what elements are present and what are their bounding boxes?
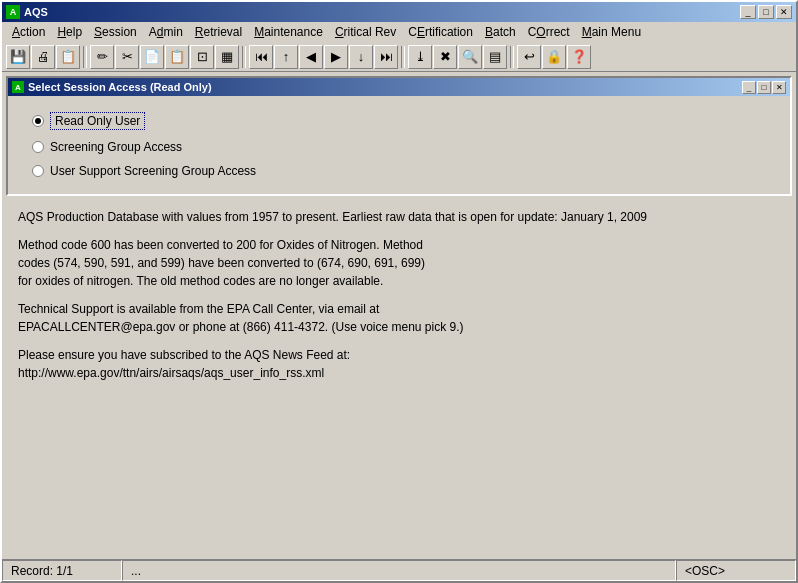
status-record: Record: 1/1 <box>2 560 122 581</box>
radio-usersupport-input[interactable] <box>32 165 44 177</box>
toolbar-down-btn[interactable]: ↓ <box>349 45 373 69</box>
menu-help[interactable]: Help <box>51 24 88 40</box>
dialog-window: A Select Session Access (Read Only) _ □ … <box>6 76 792 196</box>
toolbar-sep-2 <box>242 46 246 68</box>
dialog-minimize-btn[interactable]: _ <box>742 81 756 94</box>
dialog-title-controls: _ □ ✕ <box>742 81 786 94</box>
toolbar-select-btn[interactable]: ⊡ <box>190 45 214 69</box>
menu-batch[interactable]: Batch <box>479 24 522 40</box>
toolbar-insert-btn[interactable]: ⤓ <box>408 45 432 69</box>
radio-readonly-input[interactable] <box>32 115 44 127</box>
toolbar: 💾 🖨 📋 ✏ ✂ 📄 📋 ⊡ ▦ ⏮ ↑ ◀ ▶ ↓ ⏭ ⤓ ✖ 🔍 ▤ ↩ … <box>2 42 796 72</box>
radio-item-screening[interactable]: Screening Group Access <box>32 140 766 154</box>
toolbar-sep-1 <box>83 46 87 68</box>
toolbar-block-btn[interactable]: ▦ <box>215 45 239 69</box>
app-title: AQS <box>24 6 48 18</box>
toolbar-edit-btn[interactable]: ✏ <box>90 45 114 69</box>
menu-admin[interactable]: Admin <box>143 24 189 40</box>
radio-item-user-support[interactable]: User Support Screening Group Access <box>32 164 766 178</box>
app-icon: A <box>6 5 20 19</box>
dialog-maximize-btn[interactable]: □ <box>757 81 771 94</box>
radio-readonly-label: Read Only User <box>50 112 145 130</box>
toolbar-lock-btn[interactable]: 🔒 <box>542 45 566 69</box>
menu-action[interactable]: Action <box>6 24 51 40</box>
toolbar-clipboard-btn[interactable]: 📋 <box>56 45 80 69</box>
info-paragraph-3: Technical Support is available from the … <box>18 300 780 336</box>
toolbar-delete-btn[interactable]: ✖ <box>433 45 457 69</box>
info-paragraph-4: Please ensure you have subscribed to the… <box>18 346 780 382</box>
toolbar-sep-4 <box>510 46 514 68</box>
title-bar-left: A AQS <box>6 5 48 19</box>
toolbar-cut-btn[interactable]: ✂ <box>115 45 139 69</box>
info-section: AQS Production Database with values from… <box>6 200 792 555</box>
info-paragraph-2: Method code 600 has been converted to 20… <box>18 236 780 290</box>
status-osc: <OSC> <box>676 560 796 581</box>
menu-certification[interactable]: CErtification <box>402 24 479 40</box>
main-window: A AQS _ □ ✕ Action Help Session Admin Re… <box>0 0 798 583</box>
radio-screening-input[interactable] <box>32 141 44 153</box>
toolbar-help-btn[interactable]: ❓ <box>567 45 591 69</box>
main-content: A Select Session Access (Read Only) _ □ … <box>2 72 796 559</box>
dialog-title-left: A Select Session Access (Read Only) <box>12 81 212 93</box>
toolbar-paste-btn[interactable]: 📋 <box>165 45 189 69</box>
info-paragraph-1: AQS Production Database with values from… <box>18 208 780 226</box>
minimize-button[interactable]: _ <box>740 5 756 19</box>
toolbar-next-btn[interactable]: ▶ <box>324 45 348 69</box>
title-bar: A AQS _ □ ✕ <box>2 2 796 22</box>
menu-retrieval[interactable]: Retrieval <box>189 24 248 40</box>
toolbar-save-btn[interactable]: 💾 <box>6 45 30 69</box>
menu-correct[interactable]: COrrect <box>522 24 576 40</box>
toolbar-report-btn[interactable]: ▤ <box>483 45 507 69</box>
menu-critical-rev[interactable]: Critical Rev <box>329 24 402 40</box>
dialog-body: Read Only User Screening Group Access Us… <box>8 96 790 194</box>
toolbar-up-btn[interactable]: ↑ <box>274 45 298 69</box>
menu-bar: Action Help Session Admin Retrieval Main… <box>2 22 796 42</box>
status-bar: Record: 1/1 ... <OSC> <box>2 559 796 581</box>
menu-session[interactable]: Session <box>88 24 143 40</box>
radio-usersupport-label: User Support Screening Group Access <box>50 164 256 178</box>
status-middle: ... <box>122 560 676 581</box>
toolbar-first-btn[interactable]: ⏮ <box>249 45 273 69</box>
dialog-close-btn[interactable]: ✕ <box>772 81 786 94</box>
dialog-title-bar: A Select Session Access (Read Only) _ □ … <box>8 78 790 96</box>
radio-screening-label: Screening Group Access <box>50 140 182 154</box>
maximize-button[interactable]: □ <box>758 5 774 19</box>
toolbar-last-btn[interactable]: ⏭ <box>374 45 398 69</box>
title-bar-controls: _ □ ✕ <box>740 5 792 19</box>
dialog-icon: A <box>12 81 24 93</box>
dialog-title-text: Select Session Access (Read Only) <box>28 81 212 93</box>
radio-item-readonly[interactable]: Read Only User <box>32 112 766 130</box>
toolbar-sep-3 <box>401 46 405 68</box>
toolbar-print-btn[interactable]: 🖨 <box>31 45 55 69</box>
toolbar-undo-btn[interactable]: ↩ <box>517 45 541 69</box>
menu-main-menu[interactable]: Main Menu <box>576 24 647 40</box>
menu-maintenance[interactable]: Maintenance <box>248 24 329 40</box>
close-button[interactable]: ✕ <box>776 5 792 19</box>
toolbar-prev-btn[interactable]: ◀ <box>299 45 323 69</box>
toolbar-copy-btn[interactable]: 📄 <box>140 45 164 69</box>
toolbar-search-btn[interactable]: 🔍 <box>458 45 482 69</box>
